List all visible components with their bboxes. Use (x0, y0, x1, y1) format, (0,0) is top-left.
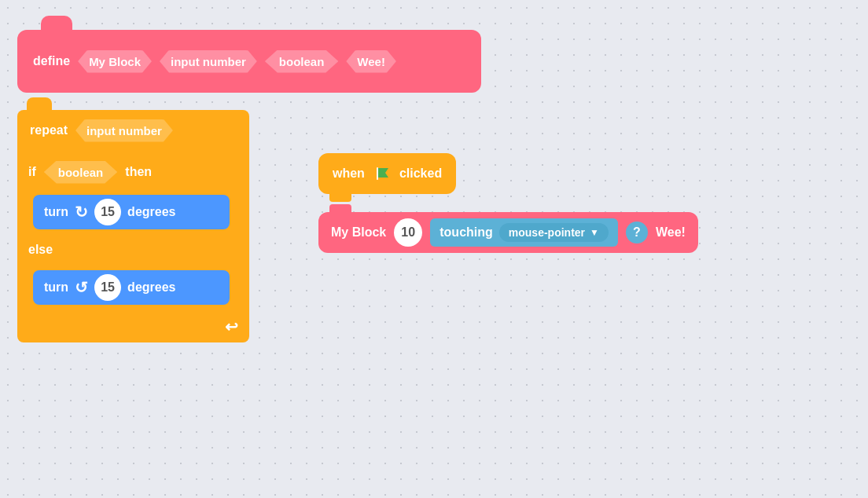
clicked-label: clicked (399, 167, 442, 181)
turn-ccw-block[interactable]: turn ↺ 15 degrees (33, 270, 230, 305)
mouse-pointer-dropdown[interactable]: mouse-pointer ▼ (499, 223, 609, 242)
turn-cw-block[interactable]: turn ↻ 15 degrees (33, 195, 230, 229)
scratch-canvas: define My Block input number boolean Wee… (0, 0, 868, 498)
cw-icon: ↻ (75, 203, 88, 222)
degrees-cw-label: degrees (127, 205, 175, 219)
mouse-pointer-label: mouse-pointer (509, 226, 585, 239)
turn-cw-container: turn ↻ 15 degrees (17, 189, 249, 236)
touching-label: touching (440, 225, 493, 240)
wee-call-label: Wee! (656, 225, 686, 240)
boolean-pill-define[interactable]: boolean (265, 50, 339, 73)
else-label: else (28, 243, 53, 257)
input-number-pill-repeat[interactable]: input number (75, 119, 173, 142)
dropdown-arrow-icon: ▼ (590, 227, 599, 238)
turn-ccw-label: turn (44, 280, 68, 295)
turn-ccw-value[interactable]: 15 (94, 274, 121, 301)
flag-icon (373, 164, 392, 183)
turn-ccw-container: turn ↺ 15 degrees (17, 264, 249, 311)
define-label: define (33, 54, 70, 68)
define-block[interactable]: define My Block input number boolean Wee… (17, 30, 481, 93)
input-number-pill-define[interactable]: input number (160, 50, 257, 73)
if-label: if (28, 165, 36, 179)
ccw-icon: ↺ (75, 278, 88, 297)
degrees-ccw-label: degrees (127, 280, 175, 295)
orange-wrapper: repeat input number if boolean then turn… (17, 110, 249, 342)
else-row: else (17, 236, 249, 264)
repeat-block[interactable]: repeat input number (17, 110, 249, 151)
then-label: then (125, 165, 152, 179)
my-block-call[interactable]: My Block 10 touching mouse-pointer ▼ ? W… (318, 212, 698, 253)
myblock-value-input[interactable]: 10 (394, 218, 422, 247)
myblock-call-label: My Block (331, 225, 386, 240)
turn-cw-value[interactable]: 15 (94, 199, 121, 225)
when-clicked-block[interactable]: when clicked (318, 153, 456, 194)
wee-pill-define[interactable]: Wee! (346, 50, 396, 73)
repeat-label: repeat (30, 123, 68, 137)
when-label: when (333, 167, 365, 181)
if-row[interactable]: if boolean then (17, 151, 249, 189)
my-block-pill[interactable]: My Block (78, 50, 152, 73)
loop-arrow-icon: ↩ (225, 317, 238, 336)
question-mark-pill: ? (626, 222, 648, 244)
svg-rect-0 (377, 167, 378, 180)
turn-cw-label: turn (44, 205, 68, 219)
boolean-pill-if[interactable]: boolean (44, 161, 118, 184)
touching-block[interactable]: touching mouse-pointer ▼ (430, 218, 618, 247)
orange-bottom: ↩ (17, 311, 249, 342)
